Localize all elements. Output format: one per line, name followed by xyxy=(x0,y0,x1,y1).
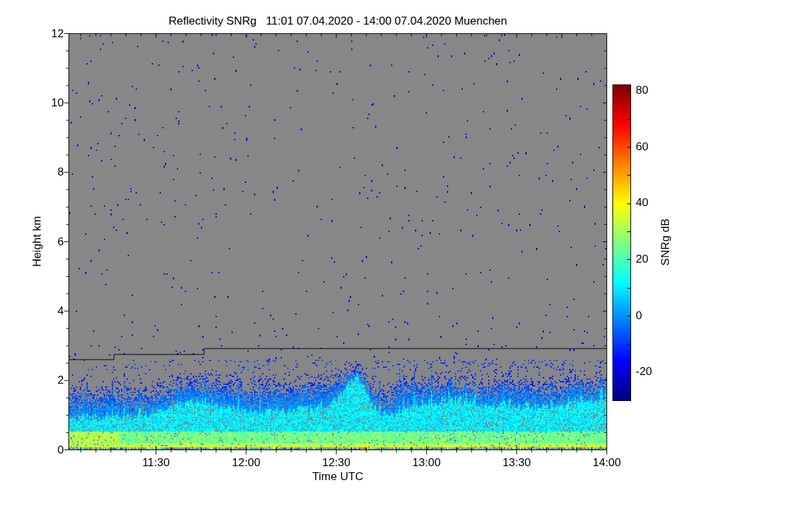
x-axis-label: Time UTC xyxy=(313,470,364,483)
x-tick-label: 11:30 xyxy=(142,456,170,469)
y-tick-label: 0 xyxy=(0,444,64,457)
x-tick-label: 14:00 xyxy=(593,456,621,469)
x-tick-label: 13:30 xyxy=(503,456,531,469)
x-tick-label: 13:00 xyxy=(412,456,441,469)
y-tick-label: 2 xyxy=(0,374,64,387)
colorbar-tick-label: 0 xyxy=(636,309,642,323)
heatmap-canvas xyxy=(69,34,606,450)
y-tick-label: 10 xyxy=(0,96,64,110)
y-tick-label: 8 xyxy=(0,166,64,179)
colorbar-tick-label: -20 xyxy=(636,365,652,378)
plot-title: Reflectivity SNRg 11:01 07.04.2020 - 14:… xyxy=(68,15,607,28)
y-tick-label: 4 xyxy=(0,305,64,318)
colorbar-tick-label: 80 xyxy=(636,84,648,97)
colorbar-tick-label: 60 xyxy=(636,140,648,154)
colorbar-label: SNRg dB xyxy=(659,219,672,266)
y-tick-label: 6 xyxy=(0,235,64,249)
colorbar-gradient xyxy=(612,84,631,401)
x-tick-label: 12:30 xyxy=(322,456,350,469)
y-tick-label: 12 xyxy=(0,27,64,41)
colorbar-tick-label: 20 xyxy=(636,253,648,266)
figure: Reflectivity SNRg 11:01 07.04.2020 - 14:… xyxy=(0,0,798,532)
colorbar-tick-label: 40 xyxy=(636,196,648,209)
x-tick-label: 12:00 xyxy=(232,456,261,469)
